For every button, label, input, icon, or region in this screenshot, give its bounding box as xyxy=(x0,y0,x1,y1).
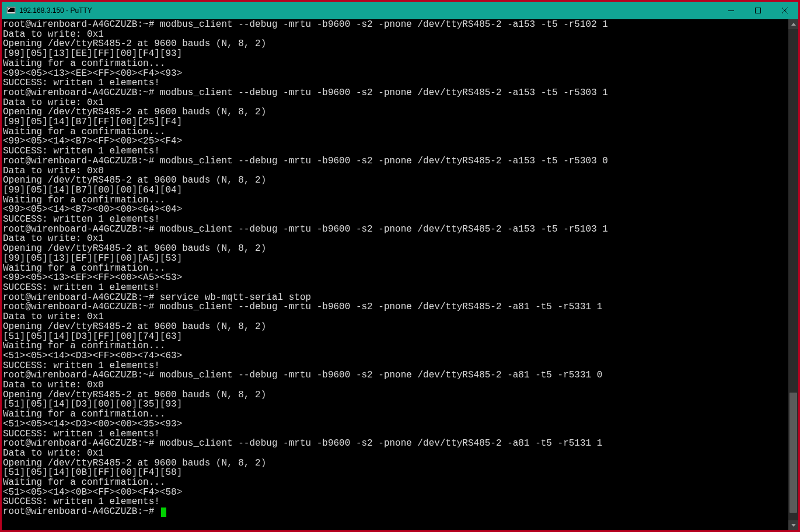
terminal-line: Opening /dev/ttyRS485-2 at 9600 bauds (N… xyxy=(3,107,787,117)
terminal-line: SUCCESS: written 1 elements! xyxy=(3,283,787,293)
client-area: root@wirenboard-A4GCZUZB:~# modbus_clien… xyxy=(2,19,798,530)
vertical-scrollbar[interactable] xyxy=(788,19,798,530)
terminal-line: Opening /dev/ttyRS485-2 at 9600 bauds (N… xyxy=(3,244,787,254)
putty-icon xyxy=(6,6,16,15)
terminal-line: <51><05><14><D3><FF><00><74><63> xyxy=(3,351,787,361)
close-button[interactable] xyxy=(771,2,798,19)
terminal-line: Opening /dev/ttyRS485-2 at 9600 bauds (N… xyxy=(3,176,787,186)
terminal-cursor xyxy=(161,508,166,517)
titlebar[interactable]: 192.168.3.150 - PuTTY xyxy=(2,2,798,19)
terminal-line: root@wirenboard-A4GCZUZB:~# modbus_clien… xyxy=(3,370,787,380)
putty-window: 192.168.3.150 - PuTTY root@wirenboard-A4… xyxy=(0,0,800,532)
terminal-line: Opening /dev/ttyRS485-2 at 9600 bauds (N… xyxy=(3,459,787,468)
terminal-line: Waiting for a confirmation... xyxy=(3,195,787,205)
terminal-line: [99][05][13][EF][FF][00][A5][53] xyxy=(3,254,787,264)
terminal-prompt-line[interactable]: root@wirenboard-A4GCZUZB:~# xyxy=(3,507,787,517)
scroll-down-button[interactable] xyxy=(788,520,798,530)
terminal-line: root@wirenboard-A4GCZUZB:~# modbus_clien… xyxy=(3,156,787,166)
terminal-line: root@wirenboard-A4GCZUZB:~# modbus_clien… xyxy=(3,439,787,449)
svg-rect-5 xyxy=(756,8,761,13)
terminal-line: root@wirenboard-A4GCZUZB:~# modbus_clien… xyxy=(3,302,787,312)
terminal-line: Data to write: 0x1 xyxy=(3,312,787,322)
terminal-line: Waiting for a confirmation... xyxy=(3,127,787,137)
terminal-line: <99><05><14><B7><FF><00><25><F4> xyxy=(3,136,787,146)
terminal-line: Waiting for a confirmation... xyxy=(3,410,787,419)
terminal-line: Data to write: 0x0 xyxy=(3,166,787,176)
terminal-line: root@wirenboard-A4GCZUZB:~# service wb-m… xyxy=(3,293,787,303)
terminal-line: [99][05][14][B7][FF][00][25][F4] xyxy=(3,117,787,127)
terminal-line: Data to write: 0x1 xyxy=(3,98,787,108)
window-title: 192.168.3.150 - PuTTY xyxy=(19,6,92,15)
minimize-button[interactable] xyxy=(718,2,745,19)
scrollbar-thumb[interactable] xyxy=(789,393,797,513)
terminal-line: <99><05><14><B7><00><00><64><04> xyxy=(3,205,787,215)
terminal-line: <99><05><13><EE><FF><00><F4><93> xyxy=(3,69,787,79)
terminal-line: Waiting for a confirmation... xyxy=(3,264,787,274)
terminal-line: Waiting for a confirmation... xyxy=(3,478,787,488)
terminal-line: <99><05><13><EF><FF><00><A5><53> xyxy=(3,273,787,283)
terminal-line: Opening /dev/ttyRS485-2 at 9600 bauds (N… xyxy=(3,39,787,49)
terminal-line: Waiting for a confirmation... xyxy=(3,59,787,69)
terminal[interactable]: root@wirenboard-A4GCZUZB:~# modbus_clien… xyxy=(2,19,788,530)
terminal-line: [99][05][14][B7][00][00][64][04] xyxy=(3,186,787,195)
terminal-line: SUCCESS: written 1 elements! xyxy=(3,429,787,439)
terminal-line: [99][05][13][EE][FF][00][F4][93] xyxy=(3,49,787,59)
terminal-line: root@wirenboard-A4GCZUZB:~# modbus_clien… xyxy=(3,225,787,235)
terminal-line: Opening /dev/ttyRS485-2 at 9600 bauds (N… xyxy=(3,322,787,332)
terminal-line: SUCCESS: written 1 elements! xyxy=(3,361,787,371)
terminal-line: <51><05><14><D3><00><00><35><93> xyxy=(3,419,787,429)
svg-rect-4 xyxy=(728,10,734,11)
scroll-up-button[interactable] xyxy=(788,19,798,29)
svg-rect-3 xyxy=(8,9,9,10)
terminal-line: Opening /dev/ttyRS485-2 at 9600 bauds (N… xyxy=(3,390,787,400)
maximize-button[interactable] xyxy=(745,2,771,19)
terminal-line: root@wirenboard-A4GCZUZB:~# modbus_clien… xyxy=(3,88,787,98)
terminal-line: SUCCESS: written 1 elements! xyxy=(3,497,787,507)
terminal-line: Data to write: 0x0 xyxy=(3,380,787,390)
terminal-line: SUCCESS: written 1 elements! xyxy=(3,215,787,225)
terminal-line: SUCCESS: written 1 elements! xyxy=(3,146,787,156)
terminal-line: Data to write: 0x1 xyxy=(3,449,787,459)
terminal-line: Waiting for a confirmation... xyxy=(3,341,787,351)
terminal-line: Data to write: 0x1 xyxy=(3,234,787,244)
terminal-prompt: root@wirenboard-A4GCZUZB:~# xyxy=(3,506,160,517)
terminal-line: [51][05][14][0B][FF][00][F4][58] xyxy=(3,468,787,478)
svg-rect-2 xyxy=(8,8,10,9)
terminal-line: Data to write: 0x1 xyxy=(3,30,787,40)
terminal-line: [51][05][14][D3][00][00][35][93] xyxy=(3,400,787,410)
terminal-line: SUCCESS: written 1 elements! xyxy=(3,78,787,88)
terminal-line: <51><05><14><0B><FF><00><F4><58> xyxy=(3,488,787,498)
terminal-line: root@wirenboard-A4GCZUZB:~# modbus_clien… xyxy=(3,20,787,30)
terminal-line: [51][05][14][D3][FF][00][74][63] xyxy=(3,332,787,342)
